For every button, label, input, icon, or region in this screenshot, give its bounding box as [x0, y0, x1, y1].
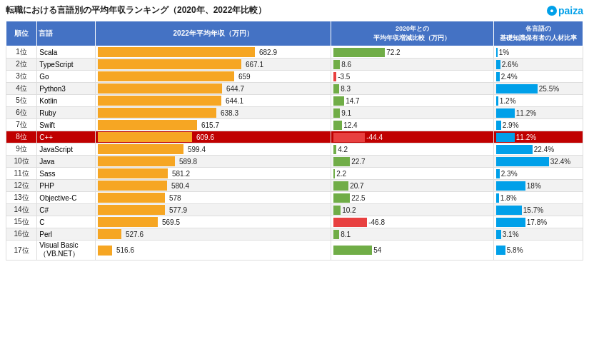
lang-cell: Python3 [37, 83, 96, 95]
ratio-value: 2.9% [503, 121, 519, 129]
ratio-cell: 1.8% [493, 192, 583, 204]
change-bar-container: 2.2 [333, 169, 491, 178]
rank-cell: 6位 [6, 107, 37, 119]
lang-cell: Perl [37, 228, 96, 241]
ratio-bar [496, 108, 515, 118]
salary-bar [98, 246, 112, 256]
table-row: 11位Sass 581.2 2.2 2.3% [6, 168, 583, 180]
salary-value: 527.6 [126, 231, 144, 238]
lang-cell: TypeScript [37, 59, 96, 71]
ratio-value: 2.6% [502, 61, 518, 69]
table-row: 5位Kotlin 644.1 14.7 1.2% [6, 95, 583, 107]
table-row: 13位Objective-C 578 22.5 1.8% [6, 192, 583, 204]
rank-cell: 4位 [6, 83, 37, 95]
ratio-cell: 18% [493, 180, 583, 192]
salary-bar [98, 156, 175, 166]
change-value: 20.7 [350, 182, 363, 190]
ratio-bar [496, 169, 500, 178]
lang-value: Swift [39, 121, 55, 129]
lang-value: Objective-C [39, 194, 76, 202]
ratio-cell: 2.9% [493, 119, 583, 131]
change-bar [333, 133, 365, 142]
rank-value: 15位 [14, 218, 29, 226]
ratio-cell: 17.8% [493, 216, 583, 228]
ratio-bar [496, 72, 500, 81]
salary-cell: 577.9 [96, 204, 331, 216]
lang-cell: C# [37, 204, 96, 216]
ratio-bar-container: 1.8% [496, 193, 580, 203]
salary-cell: 682.9 [96, 46, 331, 59]
lang-value: C# [39, 206, 49, 214]
change-cell: -46.8 [331, 216, 494, 228]
lang-cell: Swift [37, 119, 96, 131]
change-value: 9.1 [341, 109, 351, 117]
lang-value: TypeScript [39, 61, 73, 69]
salary-bar [98, 205, 165, 215]
rank-cell: 5位 [6, 95, 37, 107]
ratio-cell: 3.1% [493, 228, 583, 241]
lang-cell: Kotlin [37, 95, 96, 107]
table-row: 3位Go 659 -3.5 2.4% [6, 71, 583, 83]
salary-cell: 599.4 [96, 143, 331, 156]
salary-cell: 516.6 [96, 241, 331, 261]
change-value: 10.2 [342, 206, 356, 214]
ratio-bar [496, 193, 499, 203]
lang-value: Perl [39, 231, 52, 238]
salary-cell: 667.1 [96, 59, 331, 71]
lang-cell: PHP [37, 180, 96, 192]
ratio-bar [496, 157, 549, 166]
salary-cell: 569.5 [96, 216, 331, 228]
change-value: 22.5 [351, 194, 365, 202]
rank-value: 14位 [14, 206, 29, 213]
ratio-bar-container: 25.5% [496, 84, 580, 93]
ratio-bar [496, 84, 538, 93]
ratio-value: 1.2% [500, 97, 516, 105]
ratio-value: 2.3% [501, 170, 518, 178]
ratio-bar-container: 1% [496, 48, 580, 57]
change-value: 22.7 [351, 158, 365, 166]
salary-bar [98, 168, 168, 178]
change-cell: 20.7 [331, 180, 494, 192]
lang-value: PHP [39, 182, 54, 190]
lang-cell: Java [37, 156, 96, 168]
salary-bar [98, 96, 221, 106]
header-salary: 2022年平均年収（万円） [96, 21, 331, 46]
logo-text: paiza [558, 5, 583, 16]
change-value: 4.2 [338, 146, 348, 153]
change-bar [333, 48, 385, 57]
title-row: 転職における言語別の平均年収ランキング（2020年、2022年比較） ● pai… [6, 4, 583, 16]
change-bar [333, 181, 348, 191]
change-bar-container: 10.2 [333, 206, 491, 215]
salary-cell: 527.6 [96, 228, 331, 241]
ratio-value: 25.5% [539, 85, 559, 93]
change-bar-container: 22.7 [333, 157, 491, 166]
ratio-cell: 11.2% [493, 131, 583, 143]
ratio-value: 22.4% [534, 146, 554, 153]
ratio-bar [496, 96, 498, 106]
lang-cell: Visual Basic（VB.NET） [37, 241, 96, 261]
lang-value: C++ [39, 133, 53, 141]
salary-bar [98, 181, 167, 191]
ratio-value: 5.8% [507, 246, 523, 254]
lang-cell: JavaScript [37, 143, 96, 156]
ratio-bar-container: 2.6% [496, 60, 580, 69]
lang-value: Python3 [39, 85, 66, 93]
ratio-bar-container: 15.7% [496, 206, 580, 215]
ratio-bar-container: 32.4% [496, 157, 580, 166]
change-bar [333, 108, 340, 118]
table-row: 6位Ruby 638.3 9.1 11.2% [6, 107, 583, 119]
change-value: 8.6 [341, 61, 351, 69]
change-bar [333, 218, 367, 227]
table-header-row: 順位 言語 2022年平均年収（万円） 2020年との平均年収増減比較（万円） … [6, 21, 583, 46]
change-value: -46.8 [368, 218, 385, 226]
ratio-cell: 2.6% [493, 59, 583, 71]
ratio-cell: 1.2% [493, 95, 583, 107]
salary-bar [98, 47, 255, 57]
ratio-cell: 25.5% [493, 83, 583, 95]
change-bar [333, 145, 336, 154]
rank-cell: 13位 [6, 192, 37, 204]
salary-value: 615.7 [201, 121, 219, 129]
ratio-value: 18% [527, 182, 541, 190]
rank-cell: 1位 [6, 46, 37, 59]
change-bar-container: 8.6 [333, 60, 491, 69]
